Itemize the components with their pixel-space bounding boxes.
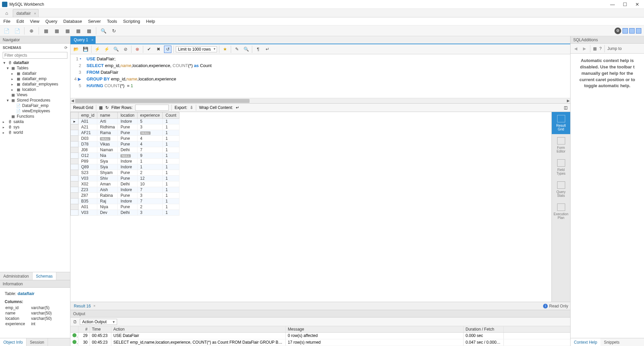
reconnect-icon[interactable]: ↻ (110, 27, 118, 35)
filter-input[interactable] (3, 52, 67, 59)
result-view-execution[interactable]: ExecutionPlan (552, 200, 570, 223)
sp-dataflair-emp[interactable]: 📄DataFlair_emp (0, 103, 70, 108)
search-icon[interactable]: 🔍 (100, 27, 107, 35)
explain-icon[interactable]: 🔍 (112, 46, 120, 53)
wrap-cell-icon[interactable]: ↵ (236, 105, 239, 110)
connection-tab-dataflair[interactable]: dataflair × (13, 9, 39, 17)
table-row[interactable]: B35RajIndore71 (71, 198, 179, 204)
col-header[interactable]: location (118, 112, 137, 119)
tab-administration[interactable]: Administration (0, 272, 33, 280)
refresh-icon[interactable]: ↻ (105, 105, 109, 110)
close-icon[interactable]: × (93, 304, 95, 308)
tree-stored-procedures[interactable]: ▼▦Stored Procedures (0, 98, 70, 103)
create-view-icon[interactable]: ▦ (53, 27, 60, 35)
create-schema-icon[interactable]: ⊕ (28, 27, 35, 35)
table-dataflair-emp[interactable]: ▸▦dataflair_emp (0, 76, 70, 81)
help-icon[interactable]: ▦ (593, 46, 597, 51)
menu-tools[interactable]: Tools (107, 19, 117, 24)
open-file-icon[interactable]: 📂 (72, 46, 80, 53)
find-icon[interactable]: 🔍 (243, 46, 250, 53)
result-tab-16[interactable]: Result 16× (72, 304, 96, 308)
table-row[interactable]: A01NiyaPune21 (71, 204, 179, 210)
editor-scrollbar[interactable]: ◀ ▶ (70, 98, 570, 103)
schema-world[interactable]: ▸🛢world (0, 130, 70, 135)
auto-help-icon[interactable]: ? (599, 46, 602, 51)
table-row[interactable]: A21RidhimaPune31 (71, 124, 179, 130)
star-icon[interactable]: ★ (221, 46, 229, 53)
clear-icon[interactable]: 🗋 (73, 320, 77, 324)
table-row[interactable]: AF21RamaPuneNULL1 (71, 130, 179, 136)
table-row[interactable]: J08NamanDelhi71 (71, 147, 179, 153)
scroll-right-icon[interactable]: ▶ (567, 99, 570, 103)
refresh-icon[interactable]: ⟳ (64, 46, 67, 50)
table-row[interactable]: Q89SiyaIndore11 (71, 164, 179, 170)
create-sp-icon[interactable]: ▦ (64, 27, 71, 35)
col-header[interactable]: experience (137, 112, 163, 119)
close-button[interactable]: ✕ (635, 2, 639, 7)
invisible-chars-icon[interactable]: ¶ (254, 46, 262, 53)
tab-schemas[interactable]: Schemas (33, 272, 56, 280)
menu-scripting[interactable]: Scripting (123, 19, 140, 24)
nav-forward-icon[interactable]: ▶ (581, 46, 587, 51)
right-pane-toggle[interactable] (636, 28, 641, 34)
col-header[interactable]: emp_id (78, 112, 97, 119)
schema-dataflair[interactable]: ▼🛢dataflair (0, 60, 70, 65)
execute-icon[interactable]: ⚡ (94, 46, 101, 53)
export-icon[interactable]: ⇩ (190, 105, 193, 110)
create-table-icon[interactable]: ▦ (42, 27, 50, 35)
gear-icon[interactable]: ⚙ (614, 27, 621, 34)
result-grid[interactable]: emp_idnamelocationexperienceCount▸A01Art… (70, 112, 551, 302)
tree-tables[interactable]: ▼▦Tables (0, 65, 70, 71)
sp-viewemployees[interactable]: 📄viewEmployees (0, 108, 70, 114)
table-row[interactable]: V03DevDelhi31 (71, 210, 179, 216)
save-file-icon[interactable]: 💾 (82, 46, 89, 53)
scroll-thumb[interactable] (75, 99, 250, 103)
autocommit-icon[interactable]: ↺ (164, 46, 171, 53)
result-view-query[interactable]: QueryStats (552, 178, 570, 200)
table-row[interactable]: X02AmanDelhi101 (71, 181, 179, 187)
output-row[interactable]: 3000:45:23SELECT emp_id,name,location,ex… (70, 339, 570, 346)
close-icon[interactable]: × (91, 38, 93, 42)
table-row[interactable]: ▸A01ArtiIndore51 (71, 119, 179, 124)
table-row[interactable]: Z87RabinaPune31 (71, 193, 179, 198)
menu-server[interactable]: Server (88, 19, 101, 24)
menu-file[interactable]: File (3, 19, 10, 24)
minimize-button[interactable]: — (610, 2, 615, 7)
table-dataflair[interactable]: ▸▦dataflair (0, 71, 70, 76)
scroll-left-icon[interactable]: ◀ (71, 99, 74, 103)
tab-session[interactable]: Session (26, 338, 48, 346)
query-tab-1[interactable]: Query 1 × (70, 36, 96, 44)
tab-context-help[interactable]: Context Help (571, 338, 600, 346)
create-fn-icon[interactable]: ▦ (74, 27, 82, 35)
result-view-field[interactable]: FieldTypes (552, 156, 570, 178)
beautify-icon[interactable]: ✎ (233, 46, 240, 53)
menu-query[interactable]: Query (45, 19, 57, 24)
schema-sakila[interactable]: ▸🛢sakila (0, 119, 70, 124)
sql-editor[interactable]: 1 •234 ▶5 USE DataFlair;SELECT emp_id,na… (70, 54, 570, 98)
table-row[interactable]: D03NULLPune41 (71, 136, 179, 141)
execute-current-icon[interactable]: ⚡ (103, 46, 110, 53)
column-layout-icon[interactable]: ◫ (564, 105, 568, 110)
menu-help[interactable]: Help (146, 19, 155, 24)
left-pane-toggle[interactable] (623, 28, 628, 34)
grid-view-icon[interactable]: ▦ (99, 105, 103, 110)
jump-to-label[interactable]: Jump to (607, 46, 622, 51)
create-function-icon[interactable]: ▦ (85, 27, 93, 35)
tab-snippets[interactable]: Snippets (600, 338, 623, 346)
table-row[interactable]: V03ShivPune121 (71, 176, 179, 181)
col-header[interactable]: Count (163, 112, 179, 119)
result-view-result[interactable]: ResultGrid (552, 112, 570, 134)
output-selector[interactable]: Action Output (80, 319, 117, 325)
stop-on-error-icon[interactable]: ⊗ (133, 46, 141, 53)
schema-sys[interactable]: ▸🛢sys (0, 124, 70, 130)
home-tab[interactable]: ⌂ (2, 9, 11, 17)
bottom-pane-toggle[interactable] (629, 28, 635, 34)
table-row[interactable]: P89SiyaIndore11 (71, 159, 179, 164)
limit-rows-select[interactable]: Limit to 1000 rows (176, 46, 217, 52)
stop-icon[interactable]: ⊘ (122, 46, 129, 53)
new-query-tab-icon[interactable]: 📄 (13, 27, 21, 35)
close-icon[interactable]: × (34, 11, 36, 15)
table-dataflair-employees[interactable]: ▸▦dataflair_employees (0, 81, 70, 87)
menu-database[interactable]: Database (63, 19, 82, 24)
menu-edit[interactable]: Edit (16, 19, 24, 24)
